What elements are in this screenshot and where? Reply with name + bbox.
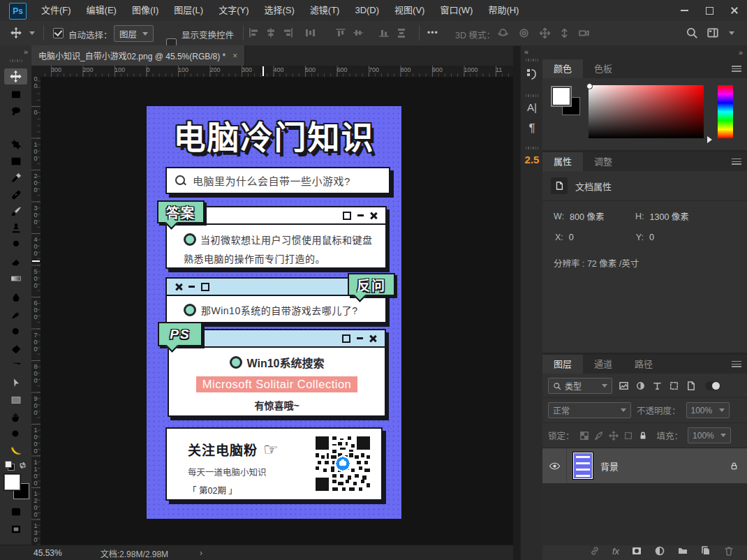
poster-canvas[interactable]: 电脑冷门知识 电脑里为什么会自带一些小游戏? 答案 xyxy=(147,106,401,519)
resolution-value[interactable]: 分辨率 : 72 像素 /英寸 xyxy=(554,259,639,269)
align-right-icon[interactable] xyxy=(283,27,294,38)
zoom-percentage[interactable]: 45.53% xyxy=(34,548,62,558)
distribute-centers-icon[interactable] xyxy=(304,27,316,38)
link-layers-icon[interactable] xyxy=(589,545,600,557)
panel-menu-icon[interactable] xyxy=(732,361,741,367)
menu-file[interactable]: 文件(F) xyxy=(34,0,79,21)
ruler-corner[interactable] xyxy=(31,66,41,78)
align-bottom-icon[interactable] xyxy=(378,27,390,38)
delete-layer-icon[interactable] xyxy=(723,545,734,557)
3d-orbit-icon[interactable] xyxy=(497,27,509,39)
filter-smartobject-icon[interactable] xyxy=(686,381,696,391)
blend-mode-dropdown[interactable]: 正常 xyxy=(548,402,631,418)
hue-slider-arrow[interactable] xyxy=(707,136,712,143)
filter-toggle[interactable] xyxy=(705,381,720,390)
horizontal-ruler[interactable]: 3002001000100200300400500600700800900100… xyxy=(40,66,513,77)
toolbox-collapse-icon[interactable]: » xyxy=(24,47,28,56)
tab-close-icon[interactable]: × xyxy=(232,51,237,61)
fill-dropdown[interactable]: 100% xyxy=(688,427,731,443)
spot-healing-tool[interactable] xyxy=(4,186,27,202)
pen-tool[interactable] xyxy=(4,341,27,358)
canvas-pasteboard[interactable]: 电脑冷门知识 电脑里为什么会自带一些小游戏? 答案 xyxy=(40,77,513,545)
more-options-button[interactable]: ••• xyxy=(427,28,438,38)
crop-tool[interactable] xyxy=(4,136,27,152)
menu-window[interactable]: 窗口(W) xyxy=(432,0,480,21)
auto-select-target-dropdown[interactable]: 图层 xyxy=(114,25,154,42)
brushes-panel-icon[interactable] xyxy=(521,67,543,81)
minimize-button[interactable] xyxy=(672,0,697,21)
align-top-icon[interactable] xyxy=(335,27,346,38)
search-icon[interactable] xyxy=(686,27,698,39)
type-tool[interactable] xyxy=(4,358,27,374)
smudge-tool[interactable] xyxy=(4,307,27,323)
status-chevron-icon[interactable]: › xyxy=(200,548,202,558)
swap-colors-icon[interactable] xyxy=(18,461,27,470)
lasso-tool[interactable] xyxy=(4,103,27,119)
menu-image[interactable]: 图像(I) xyxy=(124,0,166,21)
quick-mask-button[interactable] xyxy=(4,503,27,520)
new-group-icon[interactable] xyxy=(677,545,688,557)
workspace-switcher-icon[interactable] xyxy=(707,27,719,39)
menu-select[interactable]: 选择(S) xyxy=(256,0,302,21)
filter-image-icon[interactable] xyxy=(619,381,629,391)
color-picker-handle[interactable] xyxy=(586,83,593,89)
lock-position-icon[interactable] xyxy=(609,431,619,441)
zoom-tool[interactable] xyxy=(4,426,27,442)
tab-channels[interactable]: 通道 xyxy=(583,355,623,374)
hue-bar[interactable] xyxy=(718,85,733,138)
tab-properties[interactable]: 属性 xyxy=(542,152,583,171)
3d-camera-icon[interactable] xyxy=(578,27,590,39)
document-tab[interactable]: 电脑小知识_自带小游戏02.png @ 45.5%(RGB/8) * × xyxy=(31,45,245,66)
tool-preset-chevron[interactable] xyxy=(29,31,35,35)
filter-type-icon[interactable] xyxy=(652,381,663,391)
panel-menu-icon[interactable] xyxy=(732,66,741,72)
menu-type[interactable]: 文字(Y) xyxy=(211,0,256,21)
saturation-field[interactable] xyxy=(589,85,704,138)
menu-help[interactable]: 帮助(H) xyxy=(480,0,526,21)
lock-pixels-icon[interactable] xyxy=(594,431,604,441)
x-value[interactable]: 0 xyxy=(569,233,630,242)
foreground-background-swatches[interactable] xyxy=(4,474,29,499)
tab-layers[interactable]: 图层 xyxy=(542,355,583,374)
lock-all-icon[interactable] xyxy=(638,431,648,441)
layer-thumbnail[interactable] xyxy=(573,452,593,479)
eraser-tool[interactable] xyxy=(4,253,27,270)
maximize-button[interactable] xyxy=(697,0,722,21)
blur-tool[interactable] xyxy=(4,289,27,305)
history-brush-tool[interactable] xyxy=(4,237,27,253)
workspace-chevron[interactable] xyxy=(729,31,734,35)
lock-artboard-icon[interactable] xyxy=(623,431,633,441)
layer-filter-dropdown[interactable]: 类型 xyxy=(548,378,612,394)
dock-expand-icon[interactable]: « xyxy=(521,45,543,56)
w-value[interactable]: 800 像素 xyxy=(570,209,630,223)
distribute-h-icon[interactable] xyxy=(396,27,407,38)
filter-shape-icon[interactable] xyxy=(669,381,679,391)
screen-mode-button[interactable] xyxy=(4,521,27,537)
paragraph-panel-icon[interactable]: ¶ xyxy=(521,121,543,135)
align-middle-icon[interactable] xyxy=(353,27,364,38)
character-panel-icon[interactable]: A| xyxy=(521,101,543,113)
banana-plugin-tool[interactable] xyxy=(4,443,27,459)
path-select-tool[interactable] xyxy=(4,375,27,391)
h-value[interactable]: 1300 像素 xyxy=(650,209,689,223)
brush-tool[interactable] xyxy=(4,203,27,219)
auto-select-checkbox[interactable] xyxy=(53,28,64,38)
slice-tool[interactable] xyxy=(4,153,27,169)
gradient-tool[interactable] xyxy=(4,270,27,286)
layer-style-fx-icon[interactable]: fx xyxy=(612,546,619,557)
panel-menu-icon[interactable] xyxy=(732,159,741,165)
menu-3d[interactable]: 3D(D) xyxy=(347,0,387,21)
foreground-color-swatch[interactable] xyxy=(552,87,570,105)
y-value[interactable]: 0 xyxy=(649,233,654,242)
layer-row-background[interactable]: 背景 xyxy=(542,448,747,483)
rectangle-tool[interactable] xyxy=(4,392,27,408)
quick-selection-tool[interactable] xyxy=(4,119,27,135)
tab-adjustments[interactable]: 调整 xyxy=(583,152,623,171)
dock-collapse-icon[interactable]: » xyxy=(739,48,743,57)
tab-color[interactable]: 颜色 xyxy=(542,59,583,78)
dodge-tool[interactable] xyxy=(4,324,27,340)
default-colors-icon[interactable] xyxy=(5,461,15,471)
filter-adjustment-icon[interactable] xyxy=(635,381,646,391)
vertical-ruler[interactable]: 1000100200300400500600700800900100011001… xyxy=(31,77,40,545)
color-swatches[interactable] xyxy=(552,87,580,115)
